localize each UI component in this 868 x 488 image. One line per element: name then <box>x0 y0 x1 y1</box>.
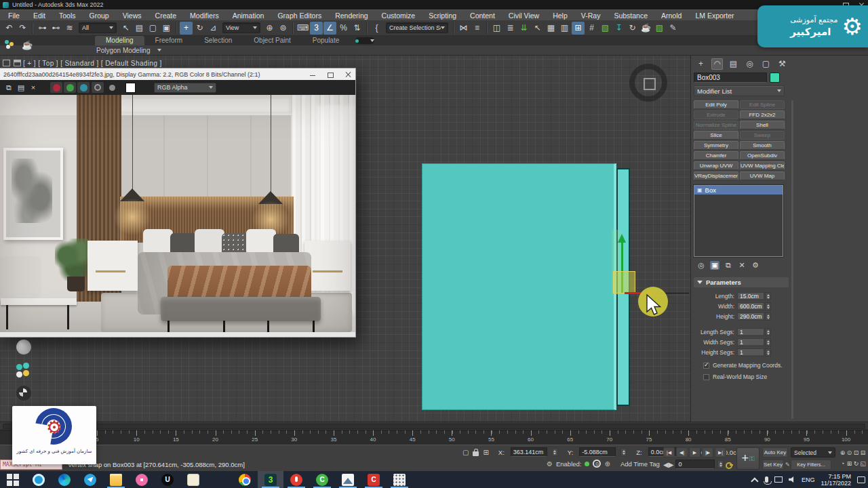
blue-channel-button[interactable] <box>77 82 90 93</box>
taskbar-telegram[interactable] <box>77 471 103 488</box>
taskbar-windows-start[interactable] <box>0 471 26 488</box>
modifier-button-vraydisplacementmod[interactable]: VRayDisplacementMod <box>694 171 738 180</box>
param-value-field[interactable]: 600.0cm <box>737 302 764 310</box>
go-to-start-button[interactable]: |◀ <box>663 447 675 458</box>
image-window-titlebar[interactable]: 2640fffcd23aa00d264154e8934f2fe3.jpg, Di… <box>0 68 355 80</box>
menu-item-modifiers[interactable]: Modifiers <box>183 10 226 21</box>
named-selection-sets-icon[interactable]: { <box>370 22 383 35</box>
modifier-button-uvw-map[interactable]: UVW Map <box>740 171 785 180</box>
taskbar-app-pale[interactable] <box>180 471 206 488</box>
taskbar-voice-recorder[interactable] <box>283 471 309 488</box>
rectangular-selection-icon[interactable]: ▢ <box>146 22 159 35</box>
track-bar[interactable]: 5101520253035404550556065707580859095100 <box>0 430 868 445</box>
menu-item-scripting[interactable]: Scripting <box>422 10 463 21</box>
menu-item-group[interactable]: Group <box>83 10 116 21</box>
taskbar-photosh[interactable] <box>206 471 232 488</box>
color-dots-icon[interactable] <box>16 363 31 378</box>
key-mode-icon[interactable] <box>726 461 732 468</box>
menu-item-edit[interactable]: Edit <box>26 10 52 21</box>
tab-selection[interactable]: Selection <box>193 36 243 45</box>
go-to-end-button[interactable]: ▶| <box>715 447 726 458</box>
zoom-extents-icon[interactable]: ⊡ <box>853 447 859 458</box>
maximize-icon[interactable] <box>327 71 334 78</box>
selection-lock-icon[interactable] <box>473 451 479 456</box>
viewport-grid-icon[interactable] <box>14 60 21 66</box>
spinner-control[interactable] <box>765 302 771 310</box>
view-compass[interactable] <box>629 64 667 102</box>
pan-icon[interactable]: ⊞ <box>846 458 852 468</box>
spinner-control[interactable] <box>765 348 771 357</box>
param-value-field[interactable]: 15.0cm <box>737 292 764 300</box>
menu-item-arnold[interactable]: Arnold <box>654 10 688 21</box>
x-coordinate-field[interactable]: 363.141cm <box>511 447 547 457</box>
object-name-field[interactable]: Box003 <box>694 73 767 83</box>
y-coordinate-field[interactable]: -5.088cm <box>579 447 616 457</box>
parameters-rollout-header[interactable]: Parameters <box>694 277 789 287</box>
show-end-result-icon[interactable]: ▣ <box>710 261 719 270</box>
redo-icon[interactable]: ↷ <box>16 22 29 35</box>
selection-brackets-icon[interactable]: ✎ <box>785 462 790 468</box>
key-selection-dropdown[interactable]: Selected <box>791 447 835 458</box>
menu-item-create[interactable]: Create <box>149 10 184 21</box>
spinner-control[interactable] <box>552 448 558 456</box>
create-selection-set-dropdown[interactable]: Create Selection Se <box>386 22 448 33</box>
make-unique-icon[interactable]: ⧉ <box>724 261 733 270</box>
hierarchy-tab[interactable]: ▤ <box>728 58 739 70</box>
snaps-toggle-icon[interactable]: 3 <box>310 22 323 35</box>
print-image-icon[interactable]: ▤ <box>16 82 26 93</box>
field-of-view-icon[interactable]: ◔ <box>840 458 846 468</box>
maximize-viewport-icon[interactable]: ◱ <box>860 458 866 468</box>
clear-color-swatch[interactable] <box>125 83 136 93</box>
auto-key-button[interactable]: Auto Key <box>762 447 788 458</box>
previous-frame-button[interactable]: ◀| <box>676 447 688 458</box>
param-value-field[interactable]: 1 <box>737 328 764 336</box>
modifier-list-dropdown[interactable]: Modifier List <box>694 85 785 96</box>
key-step-icon[interactable]: ◀▶ <box>663 461 673 468</box>
menu-item-v-ray[interactable]: V-Ray <box>574 10 608 21</box>
modifier-button-shell[interactable]: Shell <box>740 121 785 129</box>
time-slider[interactable] <box>0 422 868 430</box>
modifier-button-symmetry[interactable]: Symmetry <box>694 141 738 150</box>
slate-material-editor-icon[interactable]: # <box>585 22 598 35</box>
layer-explorer-icon[interactable]: ≣ <box>504 22 517 35</box>
viewport-layout-icon[interactable] <box>3 37 16 53</box>
time-slider-track[interactable] <box>3 424 865 429</box>
select-object-icon[interactable]: ↖ <box>119 22 132 35</box>
clock[interactable]: 7:15 PM 11/17/2022 <box>821 473 851 487</box>
render-iterative-icon[interactable]: ↻ <box>626 22 639 35</box>
orbit-icon[interactable]: ↻ <box>853 458 859 468</box>
absolute-mode-icon[interactable]: ⊞ <box>483 449 488 456</box>
menu-item-graph-editors[interactable]: Graph Editors <box>271 10 328 21</box>
modifier-button-edit-poly[interactable]: Edit Poly <box>694 100 738 109</box>
modifier-button-smooth[interactable]: Smooth <box>740 141 785 150</box>
material-editor-icon[interactable]: ⊞ <box>572 22 585 35</box>
spinner-control[interactable] <box>765 338 771 346</box>
hidden-icons-chevron[interactable] <box>751 477 758 485</box>
minimize-icon[interactable] <box>309 71 316 78</box>
use-pivot-center-icon[interactable]: ⊕ <box>263 22 276 35</box>
checkbox-real-world-map-size[interactable] <box>703 374 709 380</box>
render-production-icon[interactable]: ☕ <box>639 22 652 35</box>
network-icon[interactable] <box>774 476 783 483</box>
tab-modeling[interactable]: Modeling <box>95 36 144 45</box>
microphone-icon[interactable] <box>765 476 768 483</box>
tab-object-paint[interactable]: Object Paint <box>243 36 301 45</box>
polygon-modeling-panel[interactable]: Polygon Modeling <box>96 47 151 54</box>
zoom-icon[interactable]: ⊕ <box>840 447 846 458</box>
menu-item-civil-view[interactable]: Civil View <box>502 10 546 21</box>
param-value-field[interactable]: 290.0cm <box>737 312 764 321</box>
ribbon-config-pill[interactable] <box>355 37 374 44</box>
render-cloud-icon[interactable]: ▨ <box>653 22 666 35</box>
select-and-move-icon[interactable]: + <box>180 22 193 35</box>
keyboard-override-icon[interactable]: ⌨ <box>296 22 309 35</box>
modifier-button-ffd-2x2x2[interactable]: FFD 2x2x2 <box>740 110 785 119</box>
select-and-scale-icon[interactable]: ⊿ <box>207 22 220 35</box>
menu-item-substance[interactable]: Substance <box>607 10 654 21</box>
stack-item-box[interactable]: ▣Box <box>694 186 783 195</box>
monochrome-channel-button[interactable] <box>92 82 104 93</box>
display-tab[interactable]: ▢ <box>760 58 772 70</box>
viewport-label[interactable]: [ + ] [ Top ] [ Standard ] [ Default Sha… <box>23 60 162 67</box>
align-icon[interactable]: ≡ <box>471 22 484 35</box>
set-key-button[interactable]: Set Key <box>762 460 784 470</box>
red-channel-button[interactable] <box>50 82 62 93</box>
